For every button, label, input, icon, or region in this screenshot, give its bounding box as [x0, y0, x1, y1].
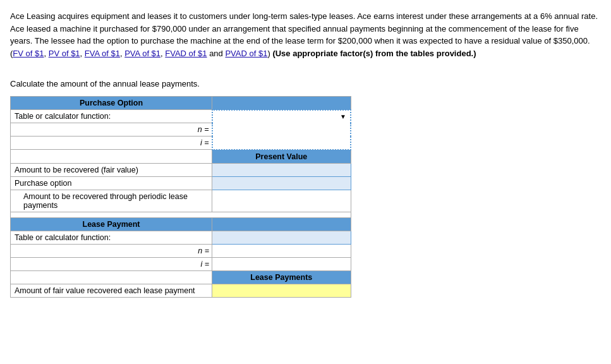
link-pv[interactable]: PV of $1 — [49, 49, 80, 58]
lease-payment-header-label: Lease Payment — [11, 217, 212, 231]
n-row-1: n = — [11, 123, 351, 136]
lease-payment-header-row: Lease Payment — [11, 217, 351, 231]
link-pva[interactable]: PVA of $1 — [124, 49, 160, 58]
calc-function-row-1: Table or calculator function: ▼ — [11, 110, 351, 123]
purchase-option-value-header — [212, 97, 351, 110]
present-value-header: Present Value — [212, 150, 351, 164]
periodic-lease-label: Amount to be recovered through periodic … — [11, 190, 212, 212]
purchase-option-row: Purchase option — [11, 176, 351, 190]
fair-value-row: Amount to be recovered (fair value) — [11, 163, 351, 176]
purchase-option-row-label: Purchase option — [11, 176, 212, 190]
fair-value-lease-row: Amount of fair value recovered each leas… — [11, 284, 351, 297]
periodic-lease-input[interactable] — [212, 190, 351, 212]
present-value-header-row: Present Value — [11, 150, 351, 164]
calc-function-input-2[interactable] — [212, 231, 351, 244]
i-input-2[interactable] — [212, 257, 351, 270]
n-label-1: n = — [11, 123, 212, 136]
calc-function-label-1: Table or calculator function: — [11, 110, 212, 123]
i-label-1: i = — [11, 136, 212, 150]
fair-value-lease-label: Amount of fair value recovered each leas… — [11, 284, 212, 297]
bold-instruction: (Use appropriate factor(s) from the tabl… — [272, 49, 476, 58]
link-fv[interactable]: FV of $1 — [13, 49, 44, 58]
n-row-2: n = — [11, 244, 351, 257]
dropdown-arrow-1: ▼ — [340, 113, 346, 120]
calc-function-row-2: Table or calculator function: — [11, 231, 351, 244]
n-input-1[interactable] — [212, 123, 351, 136]
fair-value-label: Amount to be recovered (fair value) — [11, 163, 212, 176]
spacer-row — [11, 212, 351, 217]
i-label-2: i = — [11, 257, 212, 270]
i-row-2: i = — [11, 257, 351, 270]
lease-payments-header-row: Lease Payments — [11, 270, 351, 284]
i-row-1: i = — [11, 136, 351, 150]
present-value-empty — [11, 150, 212, 164]
purchase-option-header-row: Purchase Option — [11, 97, 351, 110]
calc-function-label-2: Table or calculator function: — [11, 231, 212, 244]
lease-payments-header: Lease Payments — [212, 270, 351, 284]
periodic-lease-row: Amount to be recovered through periodic … — [11, 190, 351, 212]
link-pvad[interactable]: PVAD of $1 — [225, 49, 267, 58]
lease-payments-empty — [11, 270, 212, 284]
n-label-2: n = — [11, 244, 212, 257]
calc-function-dropdown-1[interactable]: ▼ — [212, 110, 351, 123]
i-input-1[interactable] — [212, 136, 351, 150]
fair-value-lease-input[interactable] — [212, 284, 351, 297]
problem-text: Ace Leasing acquires equipment and lease… — [10, 10, 601, 59]
calculate-text: Calculate the amount of the annual lease… — [10, 79, 601, 88]
purchase-option-input[interactable] — [212, 176, 351, 190]
lease-payment-header-value — [212, 217, 351, 231]
fair-value-input[interactable] — [212, 163, 351, 176]
purchase-option-label: Purchase Option — [11, 97, 212, 110]
n-input-2[interactable] — [212, 244, 351, 257]
main-table: Purchase Option Table or calculator func… — [10, 96, 351, 298]
link-fvad[interactable]: FVAD of $1 — [165, 49, 207, 58]
link-fva[interactable]: FVA of $1 — [85, 49, 120, 58]
